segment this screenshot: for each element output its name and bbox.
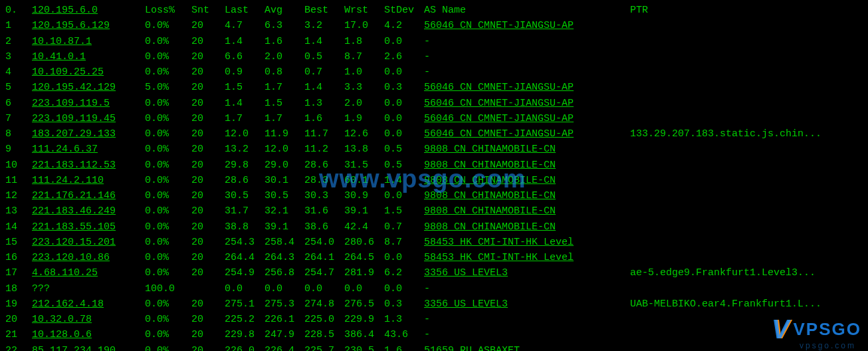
as-name[interactable]: 56046 CN CMNET-JIANGSU-AP bbox=[424, 96, 630, 111]
ip-address[interactable]: 10.10.87.1 bbox=[32, 34, 145, 49]
best-ms: 0.5 bbox=[304, 49, 344, 64]
ip-address[interactable]: 221.176.21.146 bbox=[32, 188, 145, 203]
worst-ms: 264.5 bbox=[344, 250, 384, 265]
sent-count bbox=[191, 281, 225, 296]
worst-ms: 60.1 bbox=[344, 173, 384, 188]
loss-percent: 100.0 bbox=[145, 281, 191, 296]
as-name[interactable]: 9808 CN CHINAMOBILE-CN bbox=[424, 158, 630, 173]
ip-address[interactable]: 223.120.15.201 bbox=[32, 235, 145, 250]
header-avg: Avg bbox=[265, 3, 304, 18]
stdev-ms: 1.3 bbox=[384, 312, 424, 327]
table-row: 7223.109.119.450.0%201.71.71.61.90.05604… bbox=[5, 111, 863, 126]
avg-ms: 2.0 bbox=[265, 49, 304, 64]
as-name[interactable]: 9808 CN CHINAMOBILE-CN bbox=[424, 203, 630, 219]
best-ms: 274.8 bbox=[304, 296, 344, 312]
as-name[interactable]: 51659 RU ASBAXET bbox=[424, 343, 630, 352]
header-stdev: StDev bbox=[384, 3, 424, 18]
as-name[interactable]: 58453 HK CMI-INT-HK Level bbox=[424, 250, 630, 265]
last-ms: 264.4 bbox=[225, 250, 265, 265]
worst-ms: 39.1 bbox=[344, 203, 384, 219]
ip-address[interactable]: 223.109.119.45 bbox=[32, 111, 145, 126]
as-name: - bbox=[424, 281, 630, 296]
stdev-ms: 0.3 bbox=[384, 80, 424, 95]
as-name[interactable]: 9808 CN CHINAMOBILE-CN bbox=[424, 142, 630, 157]
worst-ms: 1.8 bbox=[344, 34, 384, 49]
as-name[interactable]: 58453 HK CMI-INT-HK Level bbox=[424, 235, 630, 250]
loss-percent: 0.0% bbox=[145, 64, 191, 80]
stdev-ms: 4.2 bbox=[384, 18, 424, 33]
as-name[interactable]: 56046 CN CMNET-JIANGSU-AP bbox=[424, 111, 630, 126]
ip-address[interactable]: 10.41.0.1 bbox=[32, 49, 145, 64]
last-ms: 13.2 bbox=[225, 142, 265, 157]
as-name[interactable]: 9808 CN CHINAMOBILE-CN bbox=[424, 173, 630, 188]
best-ms: 0.7 bbox=[304, 64, 344, 80]
avg-ms: 256.8 bbox=[265, 265, 304, 281]
loss-percent: 0.0% bbox=[145, 203, 191, 219]
table-row: 410.109.25.250.0%200.90.80.71.00.0- bbox=[5, 64, 863, 80]
as-name[interactable]: 3356 US LEVEL3 bbox=[424, 296, 630, 312]
ip-address[interactable]: 120.195.6.129 bbox=[32, 18, 145, 33]
worst-ms: 12.6 bbox=[344, 126, 384, 142]
ip-address[interactable]: 221.183.46.249 bbox=[32, 203, 145, 219]
ip-address[interactable]: 221.183.112.53 bbox=[32, 158, 145, 173]
as-name[interactable]: 9808 CN CHINAMOBILE-CN bbox=[424, 219, 630, 235]
ip-address[interactable]: 223.120.10.86 bbox=[32, 250, 145, 265]
table-row: 5120.195.42.1295.0%201.51.71.43.30.35604… bbox=[5, 80, 863, 95]
as-name[interactable]: 9808 CN CHINAMOBILE-CN bbox=[424, 188, 630, 203]
ip-address[interactable]: 183.207.29.133 bbox=[32, 126, 145, 142]
avg-ms: 30.5 bbox=[265, 188, 304, 203]
table-row: 310.41.0.10.0%206.62.00.58.72.6- bbox=[5, 49, 863, 64]
last-ms: 4.7 bbox=[225, 18, 265, 33]
loss-percent: 0.0% bbox=[145, 34, 191, 49]
ip-address[interactable]: ??? bbox=[32, 281, 145, 296]
loss-percent: 0.0% bbox=[145, 343, 191, 352]
header-snt: Snt bbox=[191, 3, 225, 18]
header-row: 0.120.195.6.0Loss%SntLastAvgBestWrstStDe… bbox=[5, 3, 863, 18]
header-wrst: Wrst bbox=[344, 3, 384, 18]
worst-ms: 13.8 bbox=[344, 142, 384, 157]
avg-ms: 32.1 bbox=[265, 203, 304, 219]
header-best: Best bbox=[304, 3, 344, 18]
ip-address[interactable]: 221.183.55.105 bbox=[32, 219, 145, 235]
stdev-ms: 0.0 bbox=[384, 64, 424, 80]
sent-count: 20 bbox=[191, 343, 225, 352]
ip-address[interactable]: 111.24.6.37 bbox=[32, 142, 145, 157]
ip-address[interactable]: 212.162.4.18 bbox=[32, 296, 145, 312]
sent-count: 20 bbox=[191, 265, 225, 281]
ip-address[interactable]: 223.109.119.5 bbox=[32, 96, 145, 111]
best-ms: 254.7 bbox=[304, 265, 344, 281]
loss-percent: 0.0% bbox=[145, 219, 191, 235]
ip-address[interactable]: 10.109.25.25 bbox=[32, 64, 145, 80]
hop-number: 22 bbox=[5, 343, 32, 352]
loss-percent: 0.0% bbox=[145, 312, 191, 327]
last-ms: 31.7 bbox=[225, 203, 265, 219]
last-ms: 28.6 bbox=[225, 173, 265, 188]
avg-ms: 226.4 bbox=[265, 343, 304, 352]
best-ms: 254.0 bbox=[304, 235, 344, 250]
sent-count: 20 bbox=[191, 327, 225, 342]
loss-percent: 0.0% bbox=[145, 250, 191, 265]
ip-address[interactable]: 4.68.110.25 bbox=[32, 265, 145, 281]
stdev-ms: 0.7 bbox=[384, 219, 424, 235]
as-name[interactable]: 3356 US LEVEL3 bbox=[424, 265, 630, 281]
hop-number: 11 bbox=[5, 173, 32, 188]
ip-address[interactable]: 10.32.0.78 bbox=[32, 312, 145, 327]
sent-count: 20 bbox=[191, 96, 225, 111]
worst-ms: 230.5 bbox=[344, 343, 384, 352]
last-ms: 29.8 bbox=[225, 158, 265, 173]
table-row: 19212.162.4.180.0%20275.1275.3274.8276.5… bbox=[5, 296, 863, 312]
ip-address[interactable]: 120.195.42.129 bbox=[32, 80, 145, 95]
stdev-ms: 43.6 bbox=[384, 327, 424, 342]
sent-count: 20 bbox=[191, 296, 225, 312]
sent-count: 20 bbox=[191, 126, 225, 142]
worst-ms: 281.9 bbox=[344, 265, 384, 281]
sent-count: 20 bbox=[191, 64, 225, 80]
ip-address[interactable]: 111.24.2.110 bbox=[32, 173, 145, 188]
as-name[interactable]: 56046 CN CMNET-JIANGSU-AP bbox=[424, 80, 630, 95]
as-name[interactable]: 56046 CN CMNET-JIANGSU-AP bbox=[424, 126, 630, 142]
table-row: 1120.195.6.1290.0%204.76.33.217.04.25604… bbox=[5, 18, 863, 33]
as-name[interactable]: 56046 CN CMNET-JIANGSU-AP bbox=[424, 18, 630, 33]
avg-ms: 0.8 bbox=[265, 64, 304, 80]
ip-address[interactable]: 85.117.234.190 bbox=[32, 343, 145, 352]
ip-address[interactable]: 10.128.0.6 bbox=[32, 327, 145, 342]
